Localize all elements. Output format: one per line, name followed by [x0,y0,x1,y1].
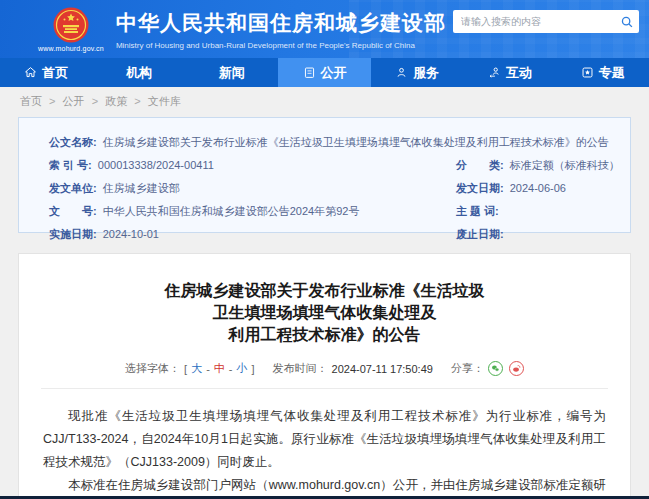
article-paragraph: 现批准《生活垃圾卫生填埋场填埋气体收集处理及利用工程技术标准》为行业标准，编号为… [43,405,606,474]
main-nav: 首页 机构 新闻 公开 服务 互动 专题 [0,58,649,87]
article-body: 现批准《生活垃圾卫生填埋场填埋气体收集处理及利用工程技术标准》为行业标准，编号为… [43,405,606,499]
meta-label: 主 题 词: [456,200,499,223]
meta-row: 发文单位: 住房城乡建设部 发文日期: 2024-06-06 [49,177,620,200]
nav-label: 服务 [413,64,439,82]
national-emblem-icon [53,7,89,43]
site-title-block: 中华人民共和国住房和城乡建设部 Ministry of Housing and … [116,9,446,50]
nav-item-topics[interactable]: 专题 [556,58,649,87]
meta-label: 废止日期: [456,223,504,246]
meta-value: 中华人民共和国住房和城乡建设部公告2024年第92号 [103,200,360,223]
font-size-large[interactable]: 大 [191,361,202,376]
person-icon [395,66,408,79]
meta-value: 标准定额（标准科技） [510,154,620,177]
wechat-share-icon[interactable] [488,361,503,376]
divider [41,388,608,389]
publish-time-value: 2024-07-11 17:50:49 [332,363,433,375]
breadcrumb-policy[interactable]: 政策 [105,95,127,107]
search-input[interactable] [453,16,615,27]
breadcrumb: 首页 > 公开 > 政策 > 文件库 [0,87,649,115]
meta-label: 文 号: [49,200,97,223]
font-selector-label: 选择字体： [125,361,180,376]
weibo-share-icon[interactable] [509,361,524,376]
nav-item-interact[interactable]: 互动 [464,58,557,87]
document-meta-panel: 公文名称: 住房城乡建设部关于发布行业标准《生活垃圾卫生填埋场填埋气体收集处理及… [18,117,631,233]
share-label: 分享： [451,361,484,376]
meta-label: 发文日期: [456,177,504,200]
nav-label: 新闻 [219,64,245,82]
article-meta-row: 选择字体：[ 大 - 中 - 小] 发布时间：2024-07-11 17:50:… [19,361,630,376]
search-button[interactable] [615,10,639,33]
nav-item-services[interactable]: 服务 [371,58,464,87]
breadcrumb-separator: > [134,95,140,107]
meta-value: 000013338/2024-00411 [98,154,214,177]
nav-item-disclosure[interactable]: 公开 [278,58,371,87]
search-box [453,10,639,33]
meta-value: 住房城乡建设部关于发布行业标准《生活垃圾卫生填埋场填埋气体收集处理及利用工程技术… [103,131,609,154]
article-panel: 住房城乡建设部关于发布行业标准《生活垃圾 卫生填埋场填埋气体收集处理及 利用工程… [18,253,631,499]
site-header: www.mohurd.gov.cn 中华人民共和国住房和城乡建设部 Minist… [0,0,649,58]
nav-label: 机构 [126,64,152,82]
nav-label: 公开 [321,64,347,82]
article-title-line: 住房城乡建设部关于发布行业标准《生活垃圾 [19,280,630,302]
bracket: ] [252,363,255,375]
meta-row-title: 公文名称: 住房城乡建设部关于发布行业标准《生活垃圾卫生填埋场填埋气体收集处理及… [49,131,620,154]
breadcrumb-disclosure[interactable]: 公开 [63,95,85,107]
meta-value: 2024-10-01 [103,223,159,246]
meta-row: 实施日期: 2024-10-01 废止日期: [49,223,620,246]
site-title-en: Ministry of Housing and Urban-Rural Deve… [116,41,446,50]
meta-row: 文 号: 中华人民共和国住房和城乡建设部公告2024年第92号 主 题 词: [49,200,620,223]
meta-label: 实施日期: [49,223,97,246]
font-size-small[interactable]: 小 [237,361,248,376]
meta-label: 公文名称: [49,131,97,154]
home-icon [24,66,37,79]
article-title-line: 利用工程技术标准》的公告 [19,324,630,346]
meta-label: 分 类: [456,154,504,177]
meta-row: 索 引 号: 000013338/2024-00411 分 类: 标准定额（标准… [49,154,620,177]
meta-label: 索 引 号: [49,154,92,177]
separator: - [229,363,233,375]
font-size-medium[interactable]: 中 [214,361,225,376]
article-title: 住房城乡建设部关于发布行业标准《生活垃圾 卫生填埋场填埋气体收集处理及 利用工程… [19,280,630,346]
breadcrumb-library[interactable]: 文件库 [148,95,181,107]
article-title-line: 卫生填埋场填埋气体收集处理及 [19,302,630,324]
meta-label: 发文单位: [49,177,97,200]
star-box-icon [581,66,594,79]
nav-label: 专题 [599,64,625,82]
nav-item-home[interactable]: 首页 [0,58,93,87]
meta-value: 2024-06-06 [510,177,566,200]
breadcrumb-separator: > [92,95,98,107]
meta-value: 住房城乡建设部 [103,177,180,200]
bracket: [ [184,363,187,375]
publish-time-label: 发布时间： [273,361,328,376]
nav-label: 互动 [506,64,532,82]
breadcrumb-home[interactable]: 首页 [20,95,42,107]
nav-item-orgs[interactable]: 机构 [93,58,186,87]
nav-label: 首页 [42,64,68,82]
site-url: www.mohurd.gov.cn [38,45,104,52]
search-icon [620,15,634,29]
site-title-cn: 中华人民共和国住房和城乡建设部 [116,9,446,37]
logo-block[interactable]: www.mohurd.gov.cn [38,7,104,52]
interact-icon [488,66,501,79]
nav-item-news[interactable]: 新闻 [185,58,278,87]
document-icon [303,66,316,79]
separator: - [206,363,210,375]
breadcrumb-separator: > [49,95,55,107]
